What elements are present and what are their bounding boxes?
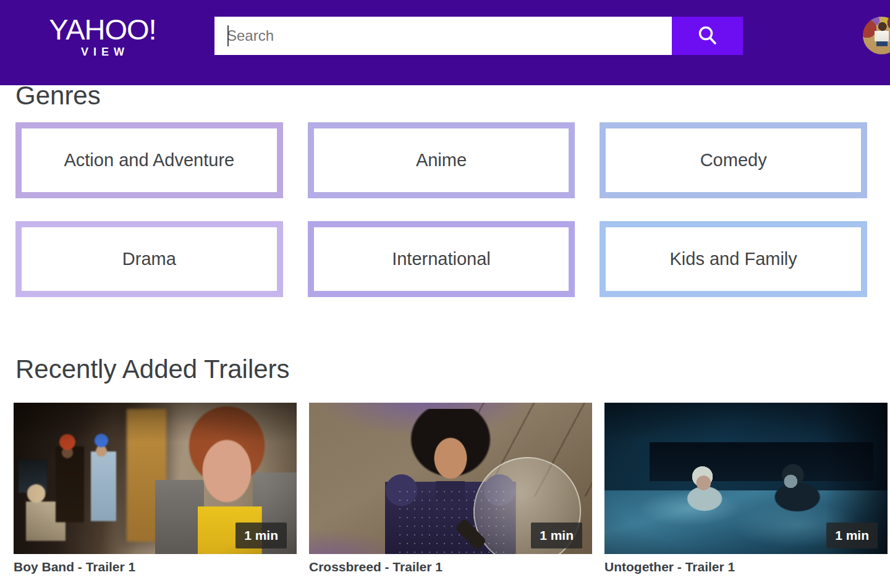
trailer-thumbnail[interactable]: 1 min (14, 403, 297, 554)
search-bar (214, 17, 743, 55)
recently-added-trailers-heading: Recently Added Trailers (15, 355, 890, 384)
user-avatar[interactable] (863, 17, 890, 54)
genre-button-international[interactable]: International (308, 221, 575, 297)
trailer-thumbnail[interactable]: 1 min (604, 403, 888, 554)
search-button[interactable] (672, 17, 743, 55)
duration-badge: 1 min (531, 523, 582, 548)
search-icon (696, 24, 719, 48)
genre-label: Anime (416, 150, 467, 170)
search-input[interactable] (214, 17, 672, 55)
genre-button-action-and-adventure[interactable]: Action and Adventure (15, 122, 283, 198)
genre-grid: Action and Adventure Anime Comedy Drama … (15, 122, 867, 297)
logo-subtitle: VIEW (48, 46, 157, 58)
genre-label: Comedy (700, 150, 767, 170)
trailer-grid: 1 min Boy Band - Trailer 1 1 min Crossbr… (14, 403, 888, 575)
genre-button-drama[interactable]: Drama (15, 221, 283, 297)
trailer-thumbnail[interactable]: 1 min (309, 403, 592, 554)
trailer-card[interactable]: 1 min Crossbreed - Trailer 1 (309, 403, 592, 575)
text-caret (227, 25, 229, 46)
genre-button-comedy[interactable]: Comedy (600, 122, 867, 198)
yahoo-view-logo[interactable]: YAHOO! VIEW (48, 14, 157, 58)
duration-badge: 1 min (826, 523, 878, 548)
main-content: Genres Action and Adventure Anime Comedy… (0, 0, 890, 575)
duration-badge: 1 min (235, 523, 287, 548)
trailer-title[interactable]: Boy Band - Trailer 1 (14, 559, 297, 575)
genre-label: International (392, 249, 491, 269)
trailer-title[interactable]: Untogether - Trailer 1 (604, 559, 888, 575)
genre-button-anime[interactable]: Anime (308, 122, 575, 198)
genre-button-kids-and-family[interactable]: Kids and Family (600, 221, 867, 297)
trailer-title[interactable]: Crossbreed - Trailer 1 (309, 559, 592, 575)
trailer-card[interactable]: 1 min Untogether - Trailer 1 (604, 403, 888, 575)
genres-heading: Genres (15, 81, 890, 111)
genre-label: Kids and Family (670, 249, 797, 269)
logo-title: YAHOO! (48, 14, 157, 46)
top-navigation-bar: YAHOO! VIEW (0, 0, 890, 85)
trailer-card[interactable]: 1 min Boy Band - Trailer 1 (14, 403, 297, 575)
genre-label: Drama (122, 249, 176, 269)
genre-label: Action and Adventure (64, 150, 234, 170)
